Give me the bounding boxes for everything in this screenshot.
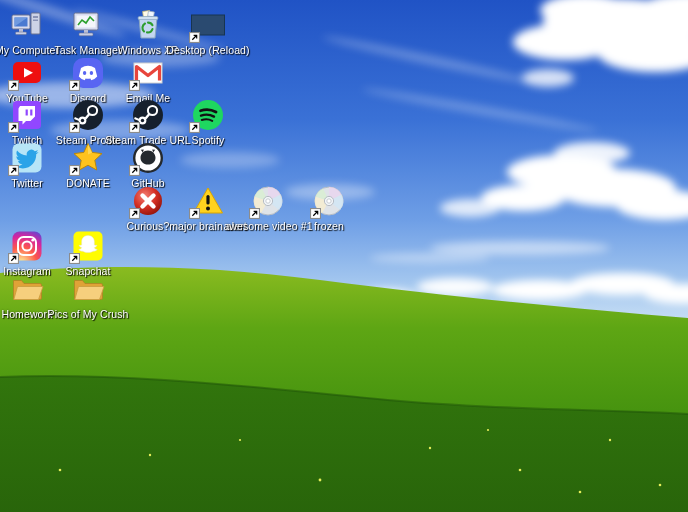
desktop-icon-spotify[interactable]: Spotify [180,98,236,146]
desktop-icon-label: Spotify [192,134,225,146]
shortcut-arrow-icon [189,208,200,219]
desktop-icon-label: Pics of My Crush [48,308,129,320]
folder-icon [10,272,44,306]
desktop-icon-label: My Computer [0,44,59,56]
desktop-icon-discord[interactable]: Discord [60,56,116,104]
shortcut-arrow-icon [310,208,321,219]
desktop-icon-my-computer[interactable]: My Computer [0,8,55,56]
folder-icon [71,272,105,306]
desktop-icon-pics-of-my-crush[interactable]: Pics of My Crush [60,272,116,320]
shortcut-arrow-icon [8,80,19,91]
desktop-icon-snapchat[interactable]: Snapchat [60,229,116,277]
desktop-icon-label: frozen [314,220,344,232]
desktop-icon-donate[interactable]: DONATE [60,141,116,189]
shortcut-arrow-icon [129,122,140,133]
computer-icon [10,8,44,42]
shortcut-arrow-icon [8,122,19,133]
desktop-icon-label: awesome video #1 [223,220,312,232]
desktop-icon-curious[interactable]: Curious? [120,184,176,232]
desktop[interactable]: My Computer Task Manager Windows XP Desk… [0,0,688,512]
shortcut-arrow-icon [129,165,140,176]
shortcut-arrow-icon [69,165,80,176]
desktop-icon-awesome-video-1[interactable]: awesome video #1 [240,184,296,232]
desktop-icon-twitch[interactable]: Twitch [0,98,55,146]
shortcut-arrow-icon [8,253,19,264]
desktop-icon-github[interactable]: GitHub [120,141,176,189]
shortcut-arrow-icon [129,80,140,91]
desktop-icon-label: DONATE [66,177,110,189]
shortcut-arrow-icon [189,122,200,133]
desktop-icon-youtube[interactable]: YouTube [0,56,55,104]
task-manager-icon [71,8,105,42]
desktop-icon-label: Twitter [11,177,43,189]
desktop-icon-frozen[interactable]: frozen [301,184,357,232]
shortcut-arrow-icon [69,253,80,264]
shortcut-arrow-icon [189,32,200,43]
desktop-icon-label: Curious? [127,220,170,232]
shortcut-arrow-icon [69,80,80,91]
desktop-icon-email-me[interactable]: Email Me [120,56,176,104]
shortcut-arrow-icon [8,165,19,176]
shortcut-arrow-icon [249,208,260,219]
shortcut-arrow-icon [129,208,140,219]
desktop-icon-steam-trade-url[interactable]: Steam Trade URL [120,98,176,146]
shortcut-arrow-icon [69,122,80,133]
desktop-icon-desktop-reload[interactable]: Desktop (Reload) [180,8,236,56]
desktop-icon-label: Homework [2,308,53,320]
recycle-bin-icon [131,8,165,42]
desktop-icon-instagram[interactable]: Instagram [0,229,55,277]
desktop-icon-label: Desktop (Reload) [166,44,249,56]
desktop-icon-task-manager[interactable]: Task Manager [60,8,116,56]
desktop-icon-label: Task Manager [54,44,121,56]
desktop-icon-twitter[interactable]: Twitter [0,141,55,189]
